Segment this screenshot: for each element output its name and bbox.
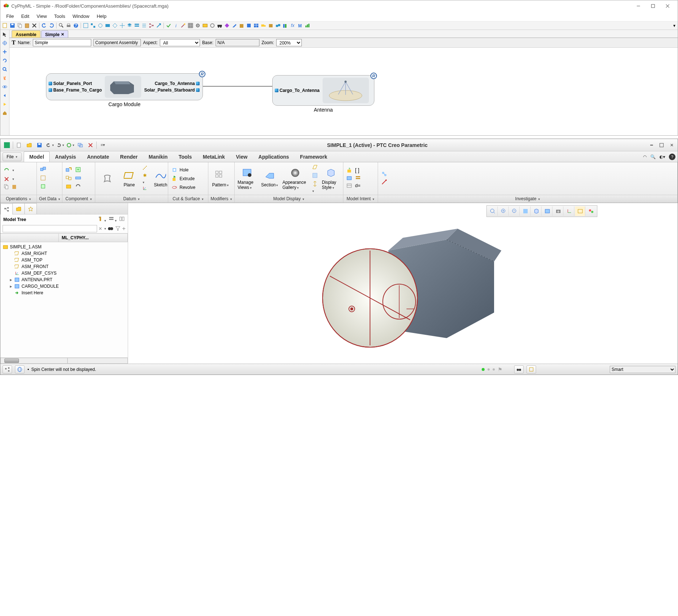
copy-icon[interactable] [16,22,23,29]
table-icon[interactable] [253,22,259,29]
transparency-icon[interactable] [312,172,318,180]
diamond-icon[interactable] [224,22,230,29]
text-tool-icon[interactable]: T [12,39,16,46]
tool-icon-4[interactable] [104,22,111,29]
help-icon[interactable]: ? [73,22,79,29]
fx-icon[interactable]: fx [289,22,296,29]
hand-icon[interactable] [1,74,8,82]
extrude-button[interactable]: Extrude [171,175,195,183]
tree-col1[interactable] [0,234,59,242]
align-icon[interactable] [141,22,147,29]
navigator-toggle[interactable] [3,365,12,373]
menu-view[interactable]: View [33,12,50,20]
tab-manikin[interactable]: Manikin [143,151,173,162]
regenerate-icon[interactable]: ▾ [66,141,74,150]
chip-icon[interactable] [246,22,252,29]
tree-antenna-prt[interactable]: ▸ANTENNA.PRT [0,276,128,283]
creo-logo-icon[interactable] [3,141,11,150]
tree-hscroll1[interactable] [0,358,68,364]
port-solar-panels-port[interactable]: Solar_Panels_Port [49,81,102,86]
selection-button[interactable] [527,365,536,373]
comp-flex-icon[interactable] [75,175,81,182]
group-datum[interactable]: Datum ▾ [95,195,168,202]
zoom-out-icon[interactable] [509,206,520,216]
tab-framework[interactable]: Framework [294,151,333,162]
save-icon[interactable] [9,22,16,29]
publish-geom-icon[interactable] [346,167,352,174]
tab-simple[interactable]: Simple✕ [41,30,68,38]
play-icon[interactable] [1,101,8,108]
group-getdata[interactable]: Get Data ▾ [37,195,62,202]
family-table-icon[interactable] [346,175,352,182]
display-style-button[interactable]: Display Style▾ [322,167,340,190]
port-cargo-to-antenna[interactable]: Cargo_To_Antenna [144,81,200,86]
perspective-icon[interactable] [312,164,318,171]
tree-show-icon[interactable] [119,216,125,223]
snap-icon[interactable] [119,22,126,29]
tree-tab-fav[interactable] [24,203,37,214]
delete-button[interactable]: ▾ [3,175,17,183]
toolbar-overflow-icon[interactable]: ▼ [673,24,676,28]
group-modifiers[interactable]: Modifiers ▾ [208,195,234,202]
tree-icon[interactable] [148,22,155,29]
manage-views-button[interactable]: Manage Views▾ [238,167,257,190]
regenerate-button[interactable]: ▾ [3,166,17,174]
minimize-button[interactable] [631,1,646,11]
port-cargo-to-antenna-in[interactable]: Cargo_To_Antenna [275,88,320,93]
comp-refresh-icon[interactable] [75,183,81,191]
find-button[interactable] [514,365,524,373]
zoom-select[interactable]: 200% [276,39,302,46]
aspect-select[interactable]: All [160,39,200,46]
books-icon[interactable] [282,22,289,29]
tool-icon-5[interactable] [112,22,118,29]
qat-customize-icon[interactable]: ≡▾ [98,141,107,150]
port-base-frame-to-cargo[interactable]: Base_Frame_To_Cargo [49,88,102,93]
tool-icon-3[interactable] [97,22,104,29]
tab-annotate[interactable]: Annotate [81,151,115,162]
comp-repeat-icon[interactable] [65,175,72,182]
open-icon[interactable] [25,141,34,150]
binoculars-icon[interactable] [108,225,113,232]
create-icon[interactable] [40,183,46,191]
repaint-icon[interactable] [520,206,531,216]
tree-asm-right[interactable]: ASM_RIGHT [0,250,128,257]
node-cargo-module[interactable]: R Solar_Panels_Port Base_Frame_To_Cargo … [46,73,203,100]
appearance-button[interactable]: Appearance Gallery▾ [282,167,308,190]
pattern-button[interactable]: Pattern▾ [211,170,230,187]
filter-icon[interactable] [115,225,121,232]
tree-asm-front[interactable]: ASM_FRONT [0,263,128,270]
help-icon[interactable]: ? [669,154,675,160]
spin-center-icon[interactable] [586,206,596,216]
menu-window[interactable]: Window [69,12,93,20]
paste-button[interactable] [11,184,17,191]
add-filter-icon[interactable]: + [122,225,126,232]
zoom-icon[interactable] [1,66,8,73]
flag-icon[interactable]: ⚑ [498,367,502,372]
annot-display-icon[interactable] [575,206,585,216]
comp-assemble-icon[interactable] [65,166,72,174]
hole-button[interactable]: Hole [171,166,195,174]
creo-minimize-button[interactable]: ━ [648,142,655,149]
box-icon[interactable] [267,22,274,29]
cubes-icon[interactable] [275,22,281,29]
model-canvas[interactable]: R Solar_Panels_Port Base_Frame_To_Cargo … [9,48,678,135]
assemble-icon[interactable] [40,166,46,174]
check-icon[interactable] [165,22,172,29]
layers-icon[interactable] [126,22,133,29]
pencil-icon[interactable] [231,22,238,29]
csys-icon[interactable] [142,185,148,192]
redo-icon[interactable] [48,22,55,29]
drag-button[interactable] [98,173,116,185]
port-solar-panels-starboard[interactable]: Solar_Panels_Starboard [144,88,200,93]
info-icon[interactable]: i [173,22,179,29]
maximize-button[interactable] [646,1,660,11]
tab-metalink[interactable]: MetaLink [197,151,231,162]
tab-assemble[interactable]: Assemble [12,30,41,38]
comp-package-icon[interactable] [65,183,72,191]
include-icon[interactable] [40,175,46,182]
redo-icon[interactable]: ▾ [55,141,64,150]
tool-icon-2[interactable] [90,22,96,29]
cursor-icon[interactable] [1,31,8,38]
save-icon[interactable] [35,141,44,150]
print-icon[interactable] [65,22,72,29]
